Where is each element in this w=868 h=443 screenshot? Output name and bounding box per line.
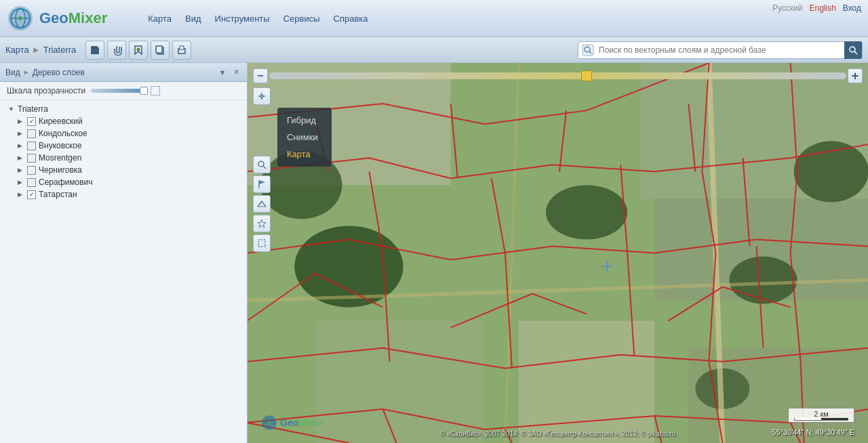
watermark-text: GeoMixer — [280, 417, 323, 428]
svg-rect-42 — [258, 240, 265, 247]
print-button[interactable] — [172, 41, 191, 60]
opacity-value-box[interactable] — [151, 86, 160, 96]
layer-item-4[interactable]: ▶ Черниговка — [5, 164, 247, 176]
map-svg — [248, 63, 868, 443]
layer-arrow-4: ▶ — [18, 167, 24, 173]
lang-russian[interactable]: Русский — [772, 3, 803, 13]
scale-label: 2 км — [814, 410, 829, 418]
layer-option-hybrid[interactable]: Гибрид — [277, 112, 332, 129]
zoom-thumb[interactable] — [581, 70, 592, 81]
select-tool[interactable] — [253, 234, 271, 252]
map-area[interactable]: − + Гибрид Снимки Карта — [248, 63, 868, 443]
panel-subtitle: Дерево слоев — [33, 68, 85, 77]
search-box — [578, 41, 863, 59]
layer-arrow-0: ▶ — [18, 118, 24, 125]
bookmark-button[interactable] — [129, 41, 148, 60]
tree-root-arrow: ▼ — [8, 106, 15, 112]
tree-root-header[interactable]: ▼ Triaterra — [5, 103, 247, 115]
panel-close-button[interactable]: ✕ — [231, 67, 241, 78]
nav-help[interactable]: Справка — [334, 14, 368, 24]
panel-dropdown-button[interactable]: ▼ — [217, 67, 228, 78]
toolbar: Карта ► Triaterra — [0, 37, 868, 63]
zoom-track[interactable] — [269, 72, 846, 79]
layer-item-5[interactable]: ▶ Серафимович — [5, 176, 247, 188]
layer-checkbox-4[interactable] — [27, 166, 36, 175]
zoom-plus-button[interactable]: + — [848, 68, 863, 83]
navigate-tool[interactable] — [253, 87, 271, 105]
nav-tools[interactable]: Инструменты — [215, 14, 270, 24]
logo-area[interactable]: GeoMixer — [7, 5, 107, 32]
svg-point-26 — [729, 257, 797, 304]
layer-arrow-6: ▶ — [18, 191, 24, 198]
layer-checkbox-3[interactable] — [27, 154, 36, 163]
search-prefix-icon — [581, 43, 595, 57]
layer-checkbox-5[interactable] — [27, 178, 36, 187]
nav-services[interactable]: Сервисы — [283, 14, 320, 24]
map-watermark: GeoMixer — [261, 415, 323, 431]
svg-line-16 — [854, 51, 857, 54]
search-submit-button[interactable] — [844, 41, 862, 59]
opacity-row: Шкала прозрачности — [0, 82, 247, 100]
layer-label-6: Татарстан — [39, 190, 77, 199]
attach-button[interactable] — [107, 41, 126, 60]
layer-label-3: Mosrentgen — [39, 153, 81, 163]
signin-link[interactable]: Вход — [843, 3, 861, 13]
copy-button[interactable] — [151, 41, 170, 60]
layer-popup: Гибрид Снимки Карта — [277, 108, 332, 167]
svg-point-4 — [18, 16, 22, 20]
layer-checkbox-0[interactable]: ✓ — [27, 117, 36, 126]
layer-arrow-1: ▶ — [18, 130, 24, 137]
panel-sep: ► — [23, 68, 30, 76]
breadcrumb-location: Triaterra — [43, 45, 77, 55]
layer-option-map[interactable]: Карта — [277, 146, 332, 163]
breadcrumb-sep: ► — [32, 45, 41, 55]
layer-checkbox-6[interactable]: ✓ — [27, 190, 36, 199]
scale-bar: 2 км — [788, 408, 854, 423]
panel-header: Вид ► Дерево слоев ▼ ✕ — [0, 63, 247, 82]
save-button[interactable] — [85, 41, 104, 60]
left-panel: Вид ► Дерево слоев ▼ ✕ Шкала прозрачност… — [0, 63, 248, 443]
svg-point-15 — [850, 47, 855, 52]
svg-point-28 — [794, 141, 868, 202]
tree-root-label: Triaterra — [18, 104, 48, 114]
main-nav: Карта Вид Инструменты Сервисы Справка — [148, 14, 368, 24]
svg-marker-35 — [262, 95, 266, 98]
layer-option-satellite[interactable]: Снимки — [277, 129, 332, 146]
copyright-text: © «СканВкс», 2007-2014; © ЗАО «Геоцентр-… — [440, 430, 675, 438]
layer-item-6[interactable]: ▶ ✓ Татарстан — [5, 188, 247, 201]
search-tool[interactable] — [253, 156, 271, 173]
opacity-slider[interactable] — [91, 89, 145, 93]
layer-checkbox-1[interactable] — [27, 129, 36, 138]
opacity-label: Шкала прозрачности — [7, 86, 85, 96]
nav-view[interactable]: Вид — [185, 14, 201, 24]
svg-rect-8 — [156, 46, 162, 53]
layer-label-1: Кондольское — [39, 129, 87, 138]
flag-tool[interactable] — [253, 175, 271, 193]
layer-label-4: Черниговка — [39, 165, 82, 175]
top-right: Русский English Вход — [772, 3, 861, 13]
lang-english[interactable]: English — [809, 3, 835, 13]
layer-item-1[interactable]: ▶ Кондольское — [5, 127, 247, 140]
watermark-icon — [261, 415, 277, 431]
layer-item-0[interactable]: ▶ ✓ Киреевский — [5, 115, 247, 127]
layer-checkbox-2[interactable] — [27, 142, 36, 150]
svg-point-36 — [258, 161, 264, 167]
nav-map[interactable]: Карта — [148, 14, 172, 24]
layer-arrow-5: ▶ — [18, 179, 24, 186]
panel-view-label: Вид — [5, 68, 20, 77]
breadcrumb-map[interactable]: Карта — [5, 45, 29, 55]
svg-rect-10 — [180, 46, 184, 49]
coordinates-value: 55°30'44" N; 49°30'49" E — [772, 428, 854, 436]
logo-icon — [7, 5, 34, 32]
svg-marker-34 — [258, 95, 262, 98]
layer-item-3[interactable]: ▶ Mosrentgen — [5, 152, 247, 164]
star-tool[interactable] — [253, 215, 271, 232]
layer-item-2[interactable]: ▶ Внуковское — [5, 140, 247, 152]
search-input[interactable] — [595, 45, 844, 55]
measure-tool[interactable] — [253, 195, 271, 213]
opacity-handle[interactable] — [140, 87, 148, 95]
content: Вид ► Дерево слоев ▼ ✕ Шкала прозрачност… — [0, 63, 868, 443]
svg-point-25 — [546, 185, 627, 239]
zoom-minus-button[interactable]: − — [253, 68, 268, 83]
svg-line-37 — [263, 166, 266, 169]
